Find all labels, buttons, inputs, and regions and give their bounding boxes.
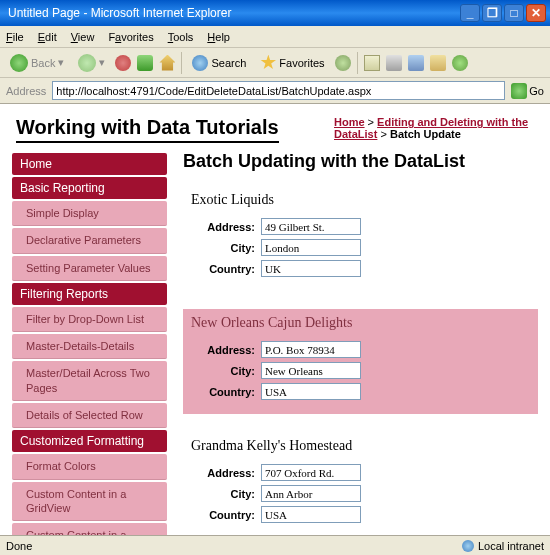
history-icon[interactable] [335,55,351,71]
supplier-name: Grandma Kelly's Homestead [191,438,530,454]
window-title: Untitled Page - Microsoft Internet Explo… [4,6,460,20]
city-label: City: [191,488,255,500]
menu-help[interactable]: Help [207,31,230,43]
stop-icon[interactable] [115,55,131,71]
nav-custom-detailsview[interactable]: Custom Content in a DetailsView [12,523,167,535]
supplier-block: New Orleans Cajun Delights Address: City… [183,309,538,414]
page-heading: Batch Updating with the DataList [183,151,538,172]
nav-format-colors[interactable]: Format Colors [12,454,167,479]
menu-favorites[interactable]: Favorites [108,31,153,43]
status-text: Done [6,540,32,552]
address-label: Address [6,85,46,97]
supplier-name: Exotic Liquids [191,192,530,208]
go-button[interactable]: Go [511,83,544,99]
menubar: File Edit View Favorites Tools Help [0,26,550,48]
menu-edit[interactable]: Edit [38,31,57,43]
address-label: Address: [191,344,255,356]
messenger-icon[interactable] [452,55,468,71]
country-input[interactable] [261,383,361,400]
sidebar: Home Basic Reporting Simple Display Decl… [12,151,167,535]
menu-view[interactable]: View [71,31,95,43]
nav-details-selected[interactable]: Details of Selected Row [12,403,167,428]
country-input[interactable] [261,506,361,523]
city-label: City: [191,242,255,254]
crumb-current: Batch Update [390,128,461,140]
supplier-block: Grandma Kelly's Homestead Address: City:… [183,432,538,535]
nav-home[interactable]: Home [12,153,167,175]
country-input[interactable] [261,260,361,277]
nav-master-details[interactable]: Master-Details-Details [12,334,167,359]
supplier-name: New Orleans Cajun Delights [191,315,530,331]
city-label: City: [191,365,255,377]
nav-basic-reporting[interactable]: Basic Reporting [12,177,167,199]
nav-setting-parameter[interactable]: Setting Parameter Values [12,256,167,281]
city-input[interactable] [261,362,361,379]
crumb-home[interactable]: Home [334,116,365,128]
print-icon[interactable] [386,55,402,71]
content-area: Working with Data Tutorials Home > Editi… [0,104,550,535]
breadcrumb: Home > Editing and Deleting with the Dat… [334,116,534,143]
zone-text: Local intranet [478,540,544,552]
forward-icon [78,54,96,72]
search-icon [192,55,208,71]
address-bar: Address Go [0,78,550,104]
nav-customized-formatting[interactable]: Customized Formatting [12,430,167,452]
supplier-block: Exotic Liquids Address: City: Country: [183,186,538,291]
toolbar: Back ▾ ▾ Search Favorites [0,48,550,78]
forward-button: ▾ [74,52,109,74]
search-button[interactable]: Search [188,53,250,73]
country-label: Country: [191,263,255,275]
nav-custom-gridview[interactable]: Custom Content in a GridView [12,482,167,522]
statusbar: Done Local intranet [0,535,550,555]
nav-filter-dropdown[interactable]: Filter by Drop-Down List [12,307,167,332]
menu-file[interactable]: File [6,31,24,43]
zone-icon [462,540,474,552]
address-label: Address: [191,221,255,233]
discuss-icon[interactable] [430,55,446,71]
close-button[interactable]: ✕ [526,4,546,22]
country-label: Country: [191,386,255,398]
nav-master-detail-two[interactable]: Master/Detail Across Two Pages [12,361,167,401]
city-input[interactable] [261,239,361,256]
window-titlebar: Untitled Page - Microsoft Internet Explo… [0,0,550,26]
country-label: Country: [191,509,255,521]
maximize-button[interactable]: □ [504,4,524,22]
main-content: Batch Updating with the DataList Exotic … [183,151,538,535]
favorites-button[interactable]: Favorites [256,53,328,73]
address-label: Address: [191,467,255,479]
city-input[interactable] [261,485,361,502]
nav-simple-display[interactable]: Simple Display [12,201,167,226]
address-input[interactable] [261,464,361,481]
restore-button[interactable]: ❐ [482,4,502,22]
back-button[interactable]: Back ▾ [6,52,68,74]
go-icon [511,83,527,99]
mail-icon[interactable] [364,55,380,71]
minimize-button[interactable]: _ [460,4,480,22]
address-input[interactable] [261,218,361,235]
nav-declarative-parameters[interactable]: Declarative Parameters [12,228,167,253]
site-title: Working with Data Tutorials [16,116,279,143]
home-icon[interactable] [159,55,175,71]
back-icon [10,54,28,72]
address-input[interactable] [261,341,361,358]
edit-icon[interactable] [408,55,424,71]
menu-tools[interactable]: Tools [168,31,194,43]
address-input[interactable] [52,81,505,100]
nav-filtering-reports[interactable]: Filtering Reports [12,283,167,305]
refresh-icon[interactable] [137,55,153,71]
star-icon [260,55,276,71]
